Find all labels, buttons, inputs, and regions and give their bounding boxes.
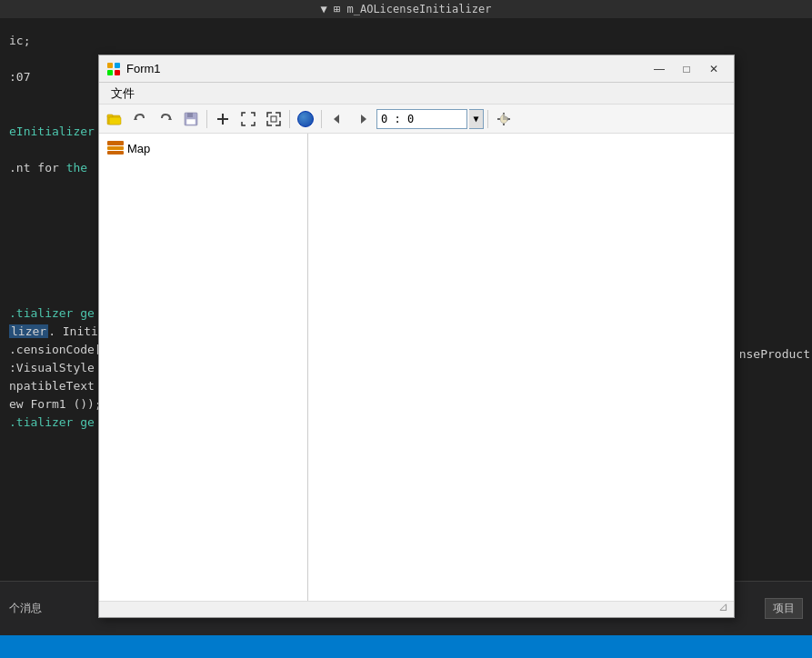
svg-rect-11 (186, 119, 195, 125)
svg-rect-6 (109, 117, 121, 125)
form-window-icon (106, 62, 121, 76)
project-tab[interactable]: 项目 (765, 598, 803, 619)
coordinate-input[interactable] (376, 109, 467, 129)
toolbar-redo-button[interactable] (154, 108, 177, 130)
svg-rect-18 (107, 146, 124, 150)
form-toolbar: ▼ (99, 105, 734, 134)
svg-rect-10 (187, 113, 193, 117)
form-title-label: Form1 (126, 62, 647, 75)
toolbar-pan-button[interactable] (492, 108, 516, 130)
svg-rect-3 (115, 70, 120, 75)
bottom-panel-message: 个消息 (9, 601, 42, 616)
map-layer-icon (107, 140, 124, 156)
toolbar-separator-4 (487, 110, 488, 128)
coordinate-dropdown-button[interactable]: ▼ (469, 109, 484, 129)
toolbar-separator-1 (206, 110, 207, 128)
toolbar-full-extent-button[interactable] (236, 108, 260, 130)
form-content-area: Map (99, 134, 734, 601)
svg-rect-1 (115, 63, 120, 68)
toolbar-separator-3 (321, 110, 322, 128)
close-button[interactable]: ✕ (701, 60, 727, 78)
layer-tree-panel: Map (99, 134, 308, 601)
menu-item-file[interactable]: 文件 (104, 84, 142, 104)
ide-title-text: ▼ ⊞ m_AOLicenseInitializer (321, 0, 492, 18)
svg-rect-5 (107, 115, 113, 117)
toolbar-save-button[interactable] (179, 108, 203, 130)
toolbar-back-button[interactable] (326, 108, 349, 130)
toolbar-add-button[interactable] (211, 108, 235, 130)
form-scrollbar[interactable]: ⊿ (99, 601, 734, 615)
tree-item-map-label: Map (127, 142, 150, 155)
svg-rect-17 (107, 141, 124, 145)
svg-rect-14 (271, 116, 276, 122)
code-line: ic; (0, 32, 812, 50)
toolbar-open-button[interactable] (103, 108, 126, 130)
tree-item-map[interactable]: Map (104, 138, 303, 158)
svg-marker-15 (334, 115, 339, 124)
toolbar-forward-button[interactable] (351, 108, 375, 130)
right-code-text: nseProduct (739, 345, 812, 364)
resize-grip-icon: ⊿ (718, 600, 728, 613)
ide-titlebar: ▼ ⊞ m_AOLicenseInitializer (0, 0, 812, 18)
toolbar-separator-2 (289, 110, 290, 128)
map-canvas-panel[interactable] (308, 134, 734, 601)
form-window-controls: — □ ✕ (647, 60, 727, 78)
toolbar-zoom-in-button[interactable] (262, 108, 286, 130)
svg-rect-2 (107, 70, 113, 75)
toolbar-globe-button[interactable] (294, 108, 317, 130)
form-menubar: 文件 (99, 83, 734, 105)
svg-marker-16 (361, 115, 366, 124)
svg-rect-0 (107, 63, 113, 68)
maximize-button[interactable]: □ (674, 60, 699, 78)
status-bar (0, 635, 812, 658)
form1-window: Form1 — □ ✕ 文件 (98, 55, 735, 618)
toolbar-undo-button[interactable] (128, 108, 152, 130)
svg-rect-19 (107, 151, 124, 155)
globe-icon (297, 111, 314, 127)
form-titlebar[interactable]: Form1 — □ ✕ (99, 55, 734, 83)
minimize-button[interactable]: — (647, 60, 672, 78)
